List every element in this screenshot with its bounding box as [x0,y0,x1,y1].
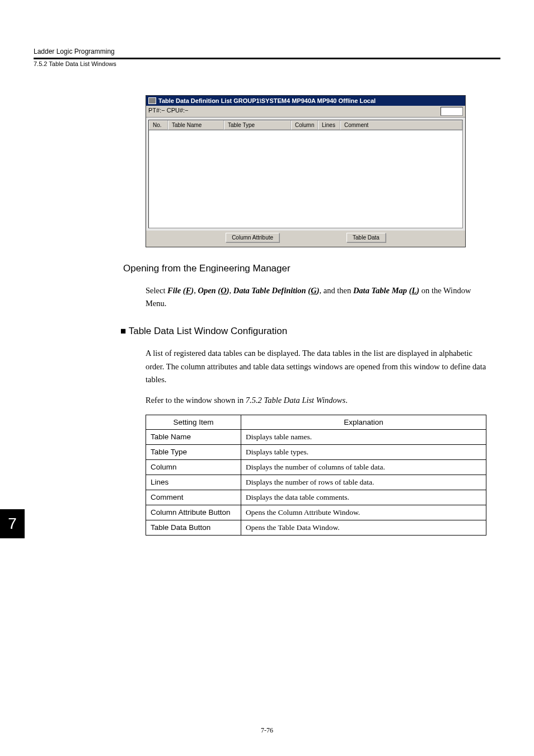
statusbar: PT#:− CPU#:− [146,106,465,118]
page-header: Ladder Logic Programming 7.5.2 Table Dat… [34,48,500,67]
column-attribute-button[interactable]: Column Attribute [226,233,279,242]
col-column[interactable]: Column [291,120,318,130]
para-opening: Select File (F), Open (O), Data Table De… [146,284,486,310]
th-setting-item: Setting Item [146,415,241,430]
table-headers: No. Table Name Table Type Column Lines C… [149,120,462,130]
subheading-opening: Opening from the Engineering Manager [123,263,486,274]
table-row: LinesDisplays the number of rows of tabl… [146,475,486,490]
status-field [441,107,463,116]
table-row: Table TypeDisplays table types. [146,445,486,460]
para-config: A list of registered data tables can be … [146,347,486,386]
side-tab: 7 [0,509,25,538]
status-text: PT#:− CPU#:− [148,107,189,116]
titlebar-text: Table Data Definition List GROUP1\SYSTEM… [158,97,376,104]
section-title: 7.5.2 Table Data List Windows [34,60,500,67]
col-comment[interactable]: Comment [340,120,462,130]
col-table-name[interactable]: Table Name [168,120,224,130]
col-no[interactable]: No. [149,120,168,130]
table-row: Column Attribute ButtonOpens the Column … [146,505,486,520]
titlebar: Table Data Definition List GROUP1\SYSTEM… [146,96,465,106]
col-lines[interactable]: Lines [318,120,340,130]
table-area: No. Table Name Table Type Column Lines C… [148,120,463,228]
button-row: Column Attribute Table Data [146,231,465,247]
app-icon [148,97,156,104]
subheading-config: Table Data List Window Configuration [120,326,486,337]
para-refer: Refer to the window shown in 7.5.2 Table… [146,394,486,407]
table-row: ColumnDisplays the number of columns of … [146,460,486,475]
table-data-button[interactable]: Table Data [346,233,386,242]
content-area: Table Data Definition List GROUP1\SYSTEM… [146,95,486,536]
page-number: 7-76 [0,726,534,735]
screenshot-window: Table Data Definition List GROUP1\SYSTEM… [146,95,466,247]
header-rule [34,58,500,59]
col-table-type[interactable]: Table Type [224,120,291,130]
table-row: Table Data ButtonOpens the Table Data Wi… [146,520,486,536]
chapter-title: Ladder Logic Programming [34,48,500,55]
th-explanation: Explanation [241,415,486,430]
config-table: Setting Item Explanation Table NameDispl… [146,415,486,536]
table-row: Table NameDisplays table names. [146,430,486,445]
table-row: CommentDisplays the data table comments. [146,490,486,505]
